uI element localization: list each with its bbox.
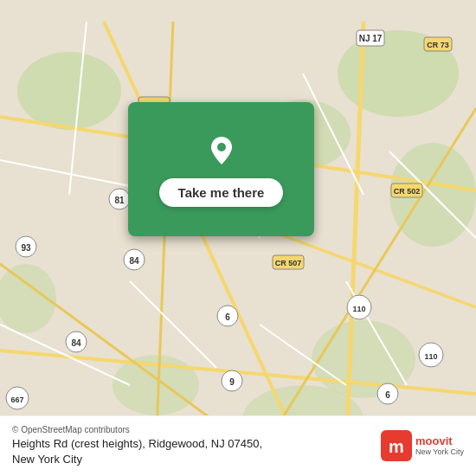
location-pin-icon — [203, 132, 241, 170]
take-me-there-button[interactable]: Take me there — [159, 178, 284, 207]
moovit-text-block: moovit New York City — [415, 435, 464, 456]
svg-point-2 — [17, 52, 121, 130]
svg-text:9: 9 — [229, 377, 235, 387]
svg-point-58 — [217, 143, 226, 151]
address-line1: Heights Rd (crest heights), Ridgewood, N… — [12, 436, 262, 452]
svg-text:CR 502: CR 502 — [394, 187, 421, 196]
svg-text:CR 73: CR 73 — [427, 41, 449, 49]
svg-text:CR 507: CR 507 — [275, 259, 302, 267]
map-svg: NJ 17 CR 73 CR 502 CR 502 81 93 CR 507 8… — [0, 0, 476, 476]
address-section: © OpenStreetMap contributors Heights Rd … — [12, 425, 262, 467]
svg-text:110: 110 — [352, 305, 365, 313]
svg-text:84: 84 — [71, 338, 81, 348]
svg-text:m: m — [389, 437, 404, 456]
moovit-icon: m — [381, 430, 412, 461]
svg-text:NJ 17: NJ 17 — [359, 34, 383, 43]
svg-text:84: 84 — [129, 256, 139, 266]
svg-text:6: 6 — [225, 312, 230, 322]
osm-credit: © OpenStreetMap contributors — [12, 425, 262, 434]
svg-text:110: 110 — [424, 352, 437, 361]
popup-box: Take me there — [128, 102, 314, 236]
moovit-logo: m moovit New York City — [381, 430, 464, 461]
bottom-bar: © OpenStreetMap contributors Heights Rd … — [0, 415, 476, 476]
map-container: NJ 17 CR 73 CR 502 CR 502 81 93 CR 507 8… — [0, 0, 476, 476]
svg-text:81: 81 — [114, 196, 125, 205]
moovit-label: moovit — [415, 435, 464, 447]
svg-text:6: 6 — [385, 390, 390, 400]
svg-text:667: 667 — [10, 396, 23, 404]
moovit-sub-label: New York City — [415, 447, 464, 456]
address-line2: New York City — [12, 452, 262, 467]
svg-text:93: 93 — [21, 243, 31, 253]
